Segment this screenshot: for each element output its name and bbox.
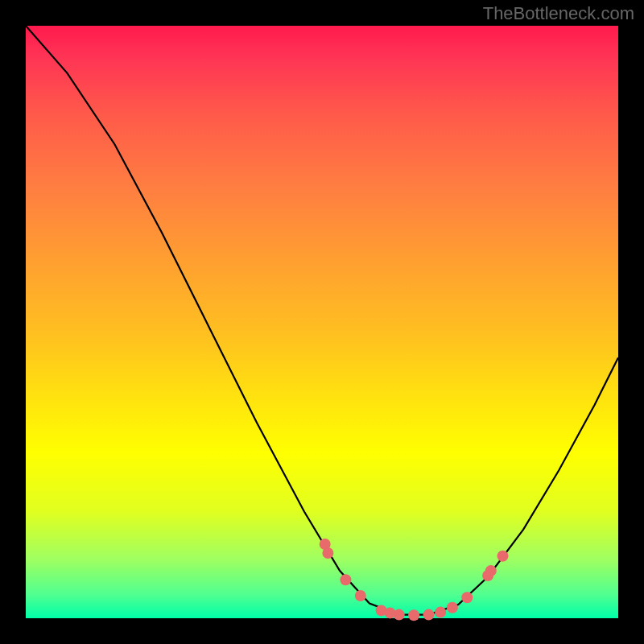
curve-marker bbox=[408, 609, 419, 621]
curve-marker bbox=[355, 590, 366, 601]
curve-marker bbox=[423, 609, 435, 621]
bottleneck-curve bbox=[26, 26, 618, 615]
curve-marker bbox=[497, 551, 509, 562]
curve-marker bbox=[461, 592, 473, 603]
chart-plot-area bbox=[26, 26, 618, 618]
chart-svg bbox=[26, 26, 618, 618]
curve-markers bbox=[320, 539, 509, 621]
curve-marker bbox=[394, 609, 405, 621]
curve-marker bbox=[322, 547, 333, 559]
curve-marker bbox=[447, 602, 458, 613]
watermark-text: TheBottleneck.com bbox=[483, 3, 634, 24]
curve-marker bbox=[435, 607, 446, 618]
curve-marker bbox=[340, 574, 351, 585]
curve-marker bbox=[485, 565, 497, 576]
